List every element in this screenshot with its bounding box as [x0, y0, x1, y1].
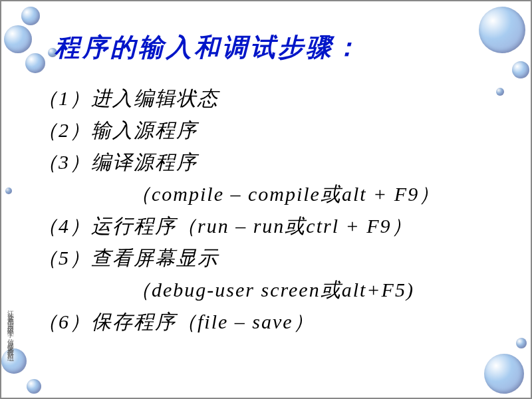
bubble-icon [512, 61, 529, 78]
bubble-icon [484, 354, 524, 394]
step-5: （5）查看屏幕显示 [37, 242, 512, 274]
bubble-icon [25, 53, 45, 73]
step-3: （3）编译源程序 [37, 146, 512, 178]
step-4: （4）运行程序（run – run或ctrl + F9） [37, 210, 512, 242]
bubble-icon [1, 348, 27, 374]
slide: 程序的输入和调试步骤： （1）进入编辑状态 （2）输入源程序 （3）编译源程序 … [0, 0, 532, 399]
step-2: （2）输入源程序 [37, 114, 512, 146]
bubble-icon [4, 25, 32, 53]
step-3-detail: （compile – compile或alt + F9） [37, 178, 512, 210]
step-6: （6）保存程序（file – save） [37, 306, 512, 338]
bubble-icon [5, 188, 12, 194]
bubble-icon [516, 338, 527, 348]
step-1: （1）进入编辑状态 [37, 82, 512, 114]
bubble-icon [27, 379, 41, 394]
slide-title: 程序的输入和调试步骤： [55, 31, 362, 65]
bubble-icon [479, 7, 525, 53]
bubble-icon [21, 7, 40, 25]
footer-credit: 江苏省梅山高级中学 信息技术教研组 [5, 305, 15, 352]
slide-body: （1）进入编辑状态 （2）输入源程序 （3）编译源程序 （compile – c… [37, 82, 512, 338]
step-5-detail: （debug-user screen或alt+F5) [37, 274, 512, 306]
